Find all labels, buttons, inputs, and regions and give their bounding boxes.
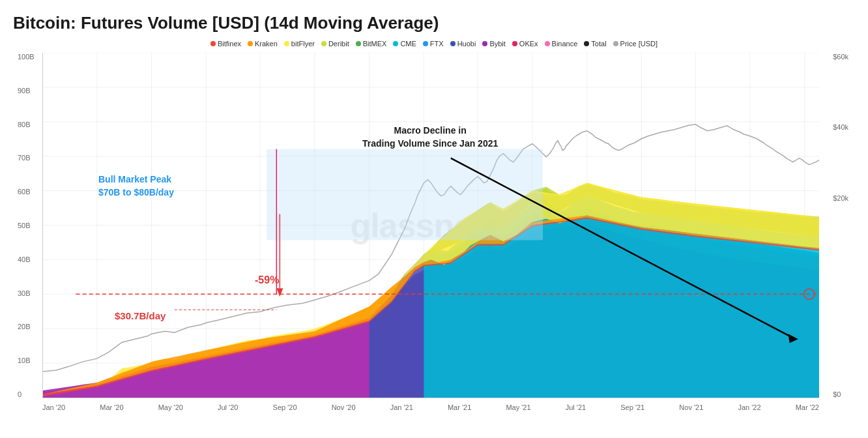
legend-dot-cme: [393, 41, 398, 46]
legend-label-bybit: Bybit: [489, 40, 505, 48]
legend-dot-ftx: [423, 41, 428, 46]
legend-dot-huobi: [450, 41, 456, 46]
y-left-label: 60B: [18, 188, 35, 196]
y-left-label: 50B: [18, 222, 35, 229]
y-left-label: 100B: [18, 53, 35, 61]
legend-dot-bitfinex: [210, 41, 216, 46]
legend-item-total: Total: [584, 40, 606, 48]
legend-item-cme: CME: [393, 40, 416, 48]
y-right-label: $0: [833, 390, 848, 398]
legend-label-cme: CME: [400, 40, 416, 48]
legend-item-bitmex: BitMEX: [356, 40, 387, 48]
legend-label-bitfinex: Bitfinex: [218, 40, 241, 48]
x-axis-label: Nov '20: [332, 403, 356, 411]
legend-label-total: Total: [591, 40, 606, 48]
y-right-label: $60k: [833, 53, 848, 61]
svg-marker-29: [276, 288, 283, 297]
y-left-label: 80B: [18, 121, 35, 128]
x-axis-label: Jan '22: [738, 403, 760, 411]
y-left-label: 40B: [18, 256, 35, 263]
x-axis: Jan '20Mar '20May '20Jul '20Sep '20Nov '…: [42, 403, 819, 411]
legend-dot-bitflyer: [284, 41, 289, 46]
legend-label-okex: OKEx: [519, 40, 538, 48]
x-axis-label: Sep '20: [273, 403, 297, 411]
x-axis-label: Jul '20: [218, 403, 238, 411]
legend-dot-total: [584, 41, 589, 46]
legend-item-price--usd-: Price [USD]: [613, 40, 658, 48]
legend-label-bitmex: BitMEX: [363, 40, 387, 48]
y-right-label: $40k: [833, 123, 848, 131]
y-left-label: 20B: [18, 323, 35, 330]
chart-svg: [43, 53, 819, 398]
legend-item-huobi: Huobi: [450, 40, 476, 48]
legend-item-bybit: Bybit: [482, 40, 505, 48]
legend-label-ftx: FTX: [430, 40, 444, 48]
x-axis-label: May '21: [506, 403, 530, 411]
y-right-label: $20k: [833, 194, 848, 202]
x-axis-label: Mar '21: [448, 403, 471, 411]
legend-label-kraken: Kraken: [255, 40, 278, 48]
legend-item-ftx: FTX: [423, 40, 444, 48]
x-axis-label: Sep '21: [620, 403, 644, 411]
legend-item-deribit: Deribit: [321, 40, 349, 48]
chart-area: glassnode: [42, 53, 819, 398]
y-left-label: 70B: [18, 154, 35, 162]
legend-item-kraken: Kraken: [248, 40, 278, 48]
legend-label-bitflyer: bitFlyer: [291, 40, 315, 48]
legend-dot-binance: [545, 41, 550, 46]
chart-wrapper: 100B90B80B70B60B50B40B30B20B10B0 $60k$40…: [42, 53, 819, 398]
legend-dot-price [usd]: [613, 41, 618, 46]
svg-rect-26: [267, 149, 543, 241]
legend-item-bitfinex: Bitfinex: [210, 40, 241, 48]
x-axis-label: Jan '20: [42, 403, 65, 411]
y-left-label: 30B: [18, 289, 35, 297]
legend-label-binance: Binance: [552, 40, 578, 48]
main-container: Bitcoin: Futures Volume [USD] (14d Movin…: [0, 0, 868, 438]
current-level-annotation: $30.7B/day: [115, 310, 166, 321]
y-axis-right: $60k$40k$20k$0: [833, 53, 848, 398]
x-axis-label: Jan '21: [390, 403, 413, 411]
legend-label-huobi: Huobi: [457, 40, 476, 48]
chart-title: Bitcoin: Futures Volume [USD] (14d Movin…: [13, 13, 855, 33]
x-axis-label: Mar '20: [100, 403, 123, 411]
legend-dot-deribit: [321, 41, 326, 46]
legend-label-deribit: Deribit: [328, 40, 349, 48]
y-left-label: 10B: [18, 357, 35, 364]
y-axis-left: 100B90B80B70B60B50B40B30B20B10B0: [18, 53, 35, 398]
legend-item-bitflyer: bitFlyer: [284, 40, 315, 48]
bull-market-value: $70B to $80B/day: [98, 187, 174, 197]
legend-dot-bybit: [482, 41, 487, 46]
legend-dot-kraken: [248, 41, 253, 46]
y-left-label: 0: [18, 390, 35, 398]
decline-pct-annotation: -59%: [255, 274, 279, 286]
legend: BitfinexKrakenbitFlyerDeribitBitMEXCMEFT…: [13, 40, 855, 48]
legend-item-binance: Binance: [545, 40, 578, 48]
legend-dot-okex: [512, 41, 517, 46]
bull-market-annotation: Bull Market Peak$70B to $80B/day: [98, 173, 174, 199]
macro-decline-annotation: Macro Decline inTrading Volume Since Jan…: [362, 124, 498, 150]
legend-dot-bitmex: [356, 41, 361, 46]
x-axis-label: May '20: [158, 403, 183, 411]
y-left-label: 90B: [18, 87, 35, 95]
x-axis-label: Mar '22: [796, 403, 819, 411]
legend-label-price [usd]: Price [USD]: [620, 40, 658, 48]
legend-item-okex: OKEx: [512, 40, 538, 48]
x-axis-label: Nov '21: [679, 403, 703, 411]
x-axis-label: Jul '21: [566, 403, 586, 411]
